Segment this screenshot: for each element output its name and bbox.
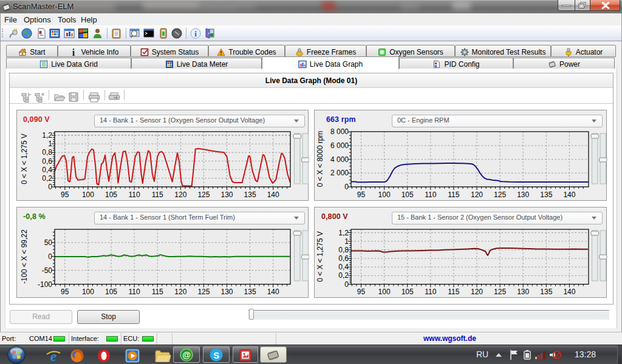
svg-text:1,2: 1,2 [338, 229, 349, 237]
svg-text:2 000: 2 000 [330, 169, 349, 177]
svg-text:130: 130 [220, 190, 233, 199]
svg-text:115: 115 [152, 190, 163, 199]
svg-text:120: 120 [471, 288, 483, 296]
svg-text:110: 110 [425, 190, 436, 199]
svg-text:120: 120 [174, 190, 186, 199]
svg-text:135: 135 [244, 190, 256, 199]
svg-text:140: 140 [267, 288, 279, 296]
svg-text:130: 130 [220, 288, 233, 296]
svg-text:1,2: 1,2 [42, 131, 52, 140]
svg-text:105: 105 [402, 190, 414, 199]
svg-text:-100: -100 [38, 280, 52, 289]
svg-text:105: 105 [402, 288, 414, 296]
svg-text:95: 95 [61, 190, 69, 199]
svg-text:0,2: 0,2 [338, 271, 349, 280]
svg-text:130: 130 [517, 190, 529, 199]
svg-text:0 < X < 1,275 V: 0 < X < 1,275 V [20, 133, 29, 184]
svg-text:95: 95 [61, 288, 69, 296]
svg-text:50: 50 [44, 238, 53, 247]
svg-text:6 000: 6 000 [330, 141, 349, 150]
svg-text:0,8: 0,8 [42, 148, 52, 157]
svg-text:0,6: 0,6 [42, 157, 52, 166]
svg-text:110: 110 [129, 288, 140, 296]
svg-text:140: 140 [267, 190, 279, 199]
svg-text:i: i [194, 29, 197, 38]
svg-text:100: 100 [82, 288, 94, 296]
svg-text:0,6: 0,6 [338, 254, 349, 263]
svg-text:e: e [50, 348, 57, 363]
svg-text:125: 125 [494, 190, 506, 199]
svg-text:0 < X < 1,275 V: 0 < X < 1,275 V [316, 231, 324, 281]
svg-text:140: 140 [563, 190, 575, 199]
svg-text:135: 135 [540, 190, 552, 199]
svg-text:140: 140 [563, 288, 575, 296]
svg-text:110: 110 [129, 190, 140, 199]
svg-text:135: 135 [244, 288, 256, 296]
svg-text:i: i [72, 48, 75, 56]
svg-text:0,4: 0,4 [338, 263, 349, 271]
svg-text:0,2: 0,2 [42, 174, 52, 183]
svg-text:125: 125 [197, 288, 210, 296]
svg-text:S: S [213, 350, 219, 360]
svg-text:0 < X < 8000 rpm: 0 < X < 8000 rpm [316, 131, 324, 187]
svg-text:95: 95 [357, 190, 366, 199]
svg-text:105: 105 [105, 288, 117, 296]
svg-text:135: 135 [540, 288, 552, 296]
svg-text:-50: -50 [42, 266, 53, 275]
svg-text:115: 115 [448, 288, 459, 296]
svg-text:120: 120 [174, 288, 186, 296]
svg-text:115: 115 [152, 288, 163, 296]
svg-text:125: 125 [197, 190, 210, 199]
svg-text:100: 100 [378, 288, 391, 296]
svg-text:100: 100 [378, 190, 391, 199]
svg-text:120: 120 [471, 190, 483, 199]
svg-text:95: 95 [357, 288, 366, 296]
svg-text:100: 100 [82, 190, 94, 199]
svg-text:@: @ [182, 350, 191, 360]
svg-text:110: 110 [425, 288, 436, 296]
svg-text:0,4: 0,4 [42, 166, 52, 174]
svg-text:105: 105 [105, 190, 117, 199]
svg-text:4 000: 4 000 [330, 155, 349, 164]
svg-text:0,8: 0,8 [338, 246, 349, 254]
svg-text:130: 130 [517, 288, 529, 296]
svg-text:115: 115 [448, 190, 459, 199]
svg-text:8 000: 8 000 [330, 127, 349, 136]
svg-text:125: 125 [494, 288, 506, 296]
svg-text:-100 < X < 99,22: -100 < X < 99,22 [20, 229, 29, 284]
